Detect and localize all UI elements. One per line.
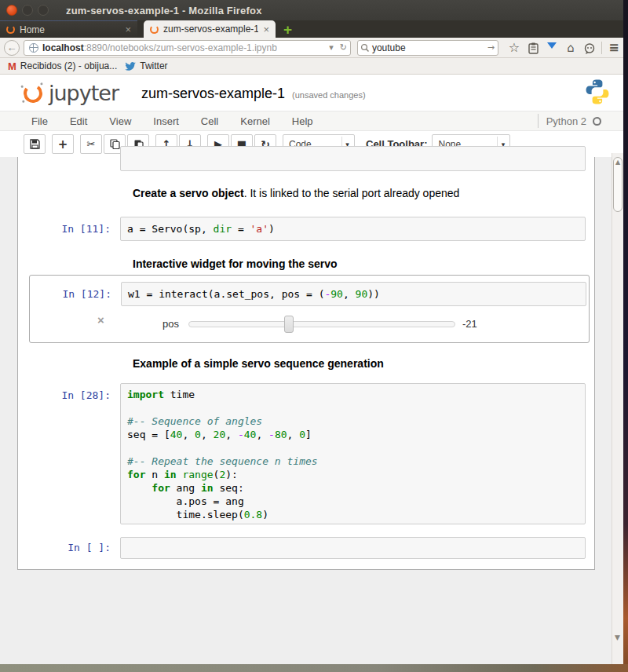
scrollbar-track[interactable]: ▲ ▼ — [612, 153, 623, 664]
notebook-save-status: (unsaved changes) — [292, 90, 366, 100]
input-prompt: In [12]: — [19, 288, 111, 300]
url-text: localhost:8890/notebooks/zum-servos-exam… — [42, 42, 326, 53]
markdown-text: . It is linked to the serial port alread… — [244, 187, 460, 199]
tab-label: zum-servos-example-1 — [163, 24, 258, 35]
tab-home[interactable]: Home × — [0, 20, 137, 38]
add-cell-button[interactable]: + — [52, 134, 74, 154]
scrollbar-down-icon[interactable]: ▼ — [615, 634, 620, 641]
widget-close-button[interactable]: × — [97, 313, 104, 327]
jupyter-favicon-icon — [150, 25, 159, 34]
twitter-bird-icon — [125, 61, 137, 71]
window-minimize-button[interactable] — [22, 5, 33, 16]
chat-bubble-icon — [583, 43, 596, 54]
bookmark-label: Twitter — [140, 60, 167, 71]
desktop-edge-bottom — [0, 664, 628, 672]
slider-track[interactable] — [188, 321, 455, 327]
chat-icon[interactable] — [580, 42, 599, 54]
slider-label: pos — [162, 318, 179, 330]
menu-kernel[interactable]: Kernel — [229, 115, 281, 127]
url-bar[interactable]: localhost:8890/notebooks/zum-servos-exam… — [24, 40, 351, 56]
code-line: #-- Repeat the sequence n times — [127, 455, 579, 468]
home-icon[interactable]: ⌂ — [561, 41, 580, 55]
search-value: youtube — [372, 42, 406, 53]
cut-cell-button[interactable]: ✂ — [80, 134, 102, 154]
notebook-container: Create a servo object. It is linked to t… — [17, 157, 595, 570]
jupyter-favicon-icon — [6, 25, 15, 34]
code-line: import time — [127, 388, 579, 401]
browser-navbar: ← localhost:8890/notebooks/zum-servos-ex… — [0, 38, 623, 58]
kernel-name: Python 2 — [546, 115, 586, 127]
code-line: #-- Sequence of angles — [127, 415, 579, 428]
code-line — [127, 441, 579, 455]
code-cell-input[interactable]: a = Servo(sp, dir = 'a') — [120, 217, 586, 241]
markdown-bold-text: Interactive widget for moving the servo — [133, 257, 338, 270]
markdown-cell[interactable]: Example of a simple servo sequence gener… — [133, 357, 384, 370]
code-line: a = Servo(sp, dir = 'a') — [127, 222, 579, 236]
reload-icon[interactable]: ↻ — [337, 42, 350, 53]
code-cell-input[interactable]: w1 = interact(a.set_pos, pos = (-90, 90)… — [121, 282, 586, 306]
window-close-button[interactable] — [6, 5, 17, 16]
desktop-edge-right — [623, 0, 628, 672]
code-line: for ang in seq: — [127, 481, 579, 495]
window-maximize-button[interactable] — [38, 5, 49, 16]
notebook-scroll-area[interactable]: Create a servo object. It is linked to t… — [0, 157, 623, 664]
jupyter-logo-icon — [22, 82, 43, 104]
kernel-indicator-area: Python 2 — [538, 114, 601, 128]
slider-value: -21 — [462, 318, 477, 330]
tab-close-icon[interactable]: × — [263, 24, 269, 35]
url-dropdown-icon[interactable]: ▾ — [326, 42, 337, 53]
jupyter-header: jupyter zum-servos-example-1 (unsaved ch… — [0, 75, 623, 111]
downloads-icon[interactable] — [542, 39, 561, 56]
markdown-cell[interactable]: Interactive widget for moving the servo — [133, 257, 338, 270]
input-prompt: In [11]: — [18, 223, 111, 235]
bookmark-label: Recibidos (2) - obijua... — [20, 60, 117, 71]
kernel-idle-icon — [593, 117, 601, 126]
separator — [538, 114, 539, 128]
bookmarks-list-icon[interactable] — [524, 41, 542, 54]
tab-label: Home — [20, 24, 120, 35]
bookmark-star-icon[interactable]: ☆ — [505, 40, 524, 55]
input-prompt: In [ ]: — [18, 542, 111, 553]
clipboard-icon — [528, 42, 539, 54]
globe-icon — [29, 43, 38, 53]
code-line: a.pos = ang — [127, 495, 579, 508]
tab-notebook[interactable]: zum-servos-example-1 × — [144, 20, 276, 38]
new-tab-button[interactable]: + — [283, 22, 292, 38]
code-cell-input[interactable]: import time #-- Sequence of anglesseq = … — [120, 383, 586, 524]
code-line: for n in range(2): — [127, 468, 579, 481]
tab-close-icon[interactable]: × — [125, 24, 131, 35]
menu-view[interactable]: View — [98, 115, 142, 127]
input-prompt: In [28]: — [18, 389, 111, 401]
notebook-title[interactable]: zum-servos-example-1 — [141, 86, 285, 102]
bookmark-gmail[interactable]: M Recibidos (2) - obijua... — [8, 60, 117, 72]
gmail-icon: M — [8, 60, 16, 72]
code-line: w1 = interact(a.set_pos, pos = (-90, 90)… — [128, 287, 579, 301]
search-input[interactable]: youtube → — [357, 40, 498, 56]
slider-handle[interactable] — [284, 316, 294, 333]
jupyter-logo[interactable]: jupyter — [24, 81, 119, 105]
jupyter-logo-text: jupyter — [49, 81, 119, 105]
save-icon — [30, 139, 40, 149]
menu-cell[interactable]: Cell — [190, 115, 229, 127]
menu-file[interactable]: File — [20, 115, 59, 127]
jupyter-menubar: File Edit View Insert Cell Kernel Help P… — [0, 111, 623, 131]
menu-edit[interactable]: Edit — [59, 115, 98, 127]
toolbar-separator — [601, 42, 602, 54]
search-go-icon[interactable]: → — [484, 42, 498, 53]
menu-insert[interactable]: Insert — [142, 115, 190, 127]
download-arrow-icon — [547, 42, 557, 53]
markdown-bold-text: Example of a simple servo sequence gener… — [133, 357, 384, 370]
code-cell-partial-input[interactable] — [120, 146, 586, 171]
code-cell-input-empty[interactable] — [120, 537, 586, 559]
code-line: seq = [40, 0, 20, -40, -80, 0] — [127, 428, 579, 441]
back-button[interactable]: ← — [4, 40, 20, 56]
selected-cell[interactable]: In [12]: w1 = interact(a.set_pos, pos = … — [29, 275, 590, 343]
bookmarks-bar: M Recibidos (2) - obijua... Twitter — [0, 58, 623, 75]
save-button[interactable] — [24, 134, 46, 154]
menu-help[interactable]: Help — [281, 115, 324, 127]
url-host: localhost — [42, 42, 84, 53]
markdown-cell[interactable]: Create a servo object. It is linked to t… — [133, 187, 459, 199]
menu-icon[interactable]: ≡ — [604, 40, 623, 55]
bookmark-twitter[interactable]: Twitter — [125, 60, 167, 71]
scrollbar-thumb[interactable]: ▲ — [613, 157, 623, 212]
